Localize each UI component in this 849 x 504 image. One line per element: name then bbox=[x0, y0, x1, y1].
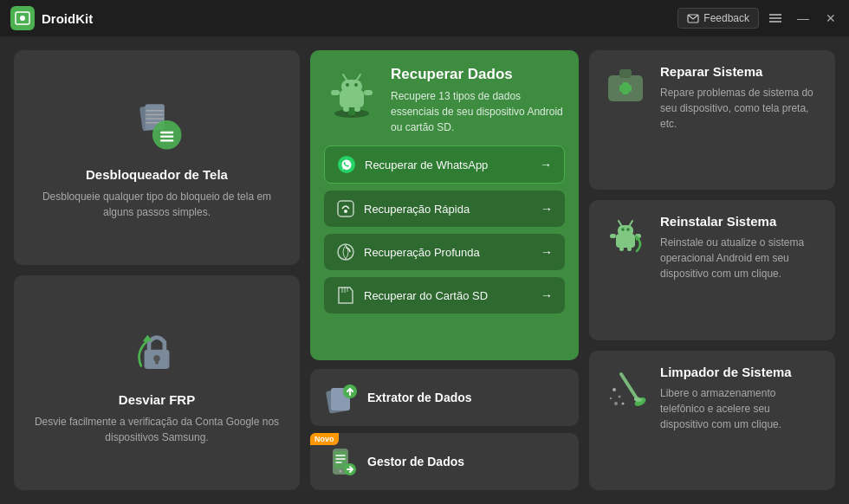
feedback-button[interactable]: Feedback bbox=[677, 8, 759, 29]
svg-point-12 bbox=[152, 120, 182, 150]
cleaner-icon bbox=[603, 365, 648, 410]
whatsapp-btn-label: Recuperar de WhatsApp bbox=[365, 158, 488, 171]
recover-data-card[interactable]: Recuperar Dados Recupere 13 tipos de dad… bbox=[310, 50, 579, 360]
reinstall-svg bbox=[604, 215, 647, 258]
reinstall-system-card[interactable]: Reinstalar Sistema Reinstale ou atualize… bbox=[589, 200, 835, 339]
svg-line-57 bbox=[619, 221, 621, 225]
frp-bypass-card[interactable]: Desviar FRP Desvie facilmente a verifica… bbox=[14, 275, 300, 490]
lock-svg bbox=[126, 321, 187, 382]
main-content: Desbloqueador de Tela Desbloqueie qualqu… bbox=[0, 36, 849, 504]
cleaner-svg bbox=[604, 365, 647, 409]
sd-recover-button[interactable]: Recuperar do Cartão SD → bbox=[324, 277, 565, 313]
minimize-icon: — bbox=[797, 11, 809, 25]
manager-svg bbox=[324, 445, 357, 478]
svg-point-68 bbox=[610, 397, 612, 399]
svg-point-44 bbox=[340, 470, 342, 473]
frp-bypass-desc: Desvie facilmente a verificação da Conta… bbox=[28, 414, 286, 445]
svg-rect-30 bbox=[343, 107, 349, 112]
svg-rect-18 bbox=[155, 359, 159, 364]
mail-icon bbox=[687, 14, 699, 23]
reinstall-title: Reinstalar Sistema bbox=[660, 214, 821, 229]
svg-rect-29 bbox=[364, 90, 373, 95]
middle-column: Recuperar Dados Recupere 13 tipos de dad… bbox=[310, 50, 579, 490]
svg-rect-28 bbox=[331, 90, 340, 95]
data-cards: Extrator de Dados Novo bbox=[310, 369, 579, 490]
repair-desc: Repare problemas de sistema do seu dispo… bbox=[660, 85, 821, 132]
svg-point-35 bbox=[338, 244, 353, 260]
whatsapp-recover-button[interactable]: Recuperar de WhatsApp → bbox=[324, 145, 565, 184]
right-column: Reparar Sistema Repare problemas de sist… bbox=[589, 50, 835, 490]
novo-badge: Novo bbox=[310, 433, 339, 445]
manager-icon bbox=[324, 445, 357, 478]
cleaner-content: Limpador de Sistema Libere o armazenamen… bbox=[660, 365, 821, 432]
quick-recovery-button[interactable]: Recuperação Rápida → bbox=[324, 191, 565, 227]
svg-point-25 bbox=[354, 83, 358, 87]
manager-card[interactable]: Novo Gest bbox=[310, 433, 579, 490]
hamburger-icon bbox=[768, 13, 782, 23]
cleaner-desc: Libere o armazenamento telefônico e acel… bbox=[660, 385, 821, 432]
screen-unlock-icon bbox=[126, 96, 187, 157]
recover-title-area: Recuperar Dados Recupere 13 tipos de dad… bbox=[391, 66, 565, 135]
sd-card-icon bbox=[336, 286, 355, 305]
sd-recover-btn-left: Recuperar do Cartão SD bbox=[336, 286, 488, 305]
frp-bypass-title: Desviar FRP bbox=[119, 392, 195, 407]
whatsapp-icon bbox=[337, 155, 356, 174]
svg-rect-61 bbox=[619, 247, 624, 251]
quick-recovery-arrow-icon: → bbox=[541, 202, 553, 216]
svg-rect-31 bbox=[354, 107, 360, 112]
quick-recovery-label: Recuperação Rápida bbox=[364, 203, 470, 216]
sd-recover-label: Recuperar do Cartão SD bbox=[364, 289, 488, 302]
minimize-button[interactable]: — bbox=[792, 7, 814, 29]
svg-rect-43 bbox=[334, 451, 347, 468]
repair-system-card[interactable]: Reparar Sistema Repare problemas de sist… bbox=[589, 50, 835, 190]
svg-line-26 bbox=[343, 74, 347, 80]
svg-rect-50 bbox=[619, 69, 632, 78]
droidkit-logo-icon bbox=[15, 10, 30, 26]
reinstall-icon bbox=[603, 214, 648, 259]
cleaner-card[interactable]: Limpador de Sistema Libere o armazenamen… bbox=[589, 351, 835, 490]
cleaner-title: Limpador de Sistema bbox=[660, 365, 821, 379]
recover-data-desc: Recupere 13 tipos de dados essenciais de… bbox=[391, 88, 565, 135]
close-button[interactable]: ✕ bbox=[820, 7, 842, 29]
deep-recovery-icon bbox=[336, 242, 355, 262]
deep-recovery-label: Recuperação Profunda bbox=[364, 246, 480, 259]
feedback-label: Feedback bbox=[703, 12, 749, 24]
svg-line-58 bbox=[630, 221, 632, 225]
left-column: Desbloqueador de Tela Desbloqueie qualqu… bbox=[14, 50, 300, 490]
svg-point-67 bbox=[619, 395, 621, 397]
extractor-title: Extrator de Dados bbox=[367, 391, 472, 404]
svg-point-70 bbox=[622, 402, 625, 404]
repair-icon bbox=[603, 64, 648, 109]
frp-bypass-icon bbox=[126, 321, 187, 382]
whatsapp-btn-left: Recuperar de WhatsApp bbox=[337, 155, 488, 174]
svg-rect-59 bbox=[610, 234, 616, 238]
svg-rect-62 bbox=[627, 247, 632, 251]
svg-rect-54 bbox=[618, 225, 633, 236]
repair-content: Reparar Sistema Repare problemas de sist… bbox=[660, 64, 821, 132]
repair-title: Reparar Sistema bbox=[660, 64, 821, 79]
repair-svg bbox=[604, 65, 647, 108]
svg-point-1 bbox=[20, 16, 25, 21]
menu-button[interactable] bbox=[764, 7, 787, 29]
recover-header: Recuperar Dados Recupere 13 tipos de dad… bbox=[324, 66, 565, 135]
logo-icon bbox=[10, 6, 35, 30]
screen-unlock-title: Desbloqueador de Tela bbox=[86, 167, 228, 182]
svg-point-69 bbox=[614, 402, 618, 405]
title-bar: DroidKit Feedback — ✕ bbox=[0, 0, 849, 36]
recover-icon bbox=[324, 66, 380, 122]
screen-unlock-card[interactable]: Desbloqueador de Tela Desbloqueie qualqu… bbox=[14, 50, 300, 265]
svg-point-55 bbox=[621, 229, 625, 232]
android-dish-svg bbox=[324, 66, 380, 122]
svg-rect-52 bbox=[619, 85, 632, 92]
svg-line-27 bbox=[357, 74, 360, 80]
extractor-icon bbox=[324, 381, 357, 414]
quick-recovery-btn-left: Recuperação Rápida bbox=[336, 199, 470, 218]
svg-rect-23 bbox=[341, 80, 362, 94]
whatsapp-arrow-icon: → bbox=[540, 158, 552, 171]
svg-point-24 bbox=[346, 83, 349, 87]
recover-data-title: Recuperar Dados bbox=[391, 66, 565, 83]
extractor-card[interactable]: Extrator de Dados bbox=[310, 369, 579, 426]
screen-book-svg bbox=[126, 96, 187, 157]
deep-recovery-button[interactable]: Recuperação Profunda → bbox=[324, 234, 565, 270]
svg-line-64 bbox=[621, 374, 637, 398]
